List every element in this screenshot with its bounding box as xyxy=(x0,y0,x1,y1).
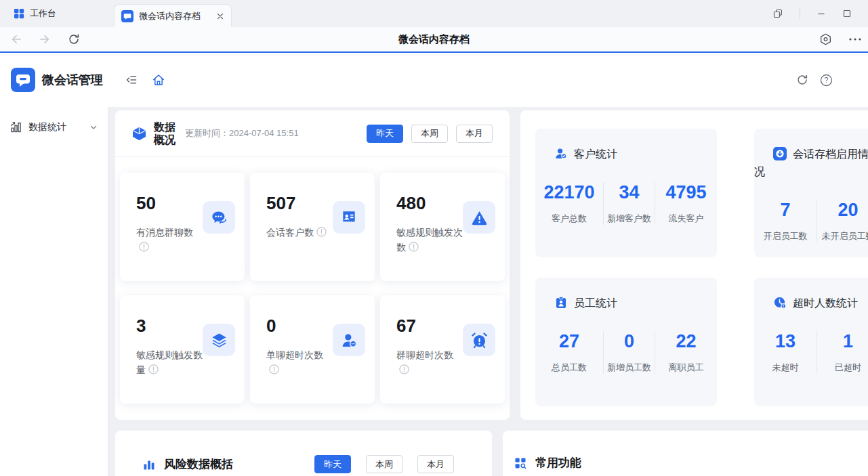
grid-search-icon xyxy=(514,456,527,470)
tab-session-archive[interactable]: 微会话内容存档 xyxy=(114,4,232,27)
window-tab-bar: 工作台 微会话内容存档 xyxy=(0,0,868,27)
home-icon[interactable] xyxy=(152,73,165,87)
metric-label: 客户总数 xyxy=(535,213,603,225)
metric-label: 新增员工数 xyxy=(604,362,655,374)
warning-triangle-icon xyxy=(463,201,495,234)
stat-label: 敏感规则触发次数 xyxy=(396,225,466,255)
archive-toggle-icon xyxy=(773,147,787,160)
panel-title: 超时人数统计 xyxy=(793,297,858,309)
panel-title: 员工统计 xyxy=(574,297,617,309)
metric-label: 已超时 xyxy=(817,362,868,374)
metric-value: 34 xyxy=(604,182,655,203)
page-title: 微会话内容存档 xyxy=(0,27,868,51)
metric-value: 1 xyxy=(817,331,868,352)
stat-label: 群聊超时次数 xyxy=(396,347,466,377)
back-icon[interactable] xyxy=(9,33,23,46)
filter-this-month-button[interactable]: 本月 xyxy=(456,125,493,143)
refresh-icon[interactable] xyxy=(796,74,808,86)
stat-label: 敏感规则触发数量 xyxy=(136,347,205,377)
collapse-sidebar-icon[interactable] xyxy=(125,74,138,86)
tab-close-icon[interactable] xyxy=(216,12,224,20)
stat-card-group-chat-timeout: 67 群聊超时次数 xyxy=(380,295,505,404)
group-chat-icon xyxy=(203,201,235,234)
risk-filter-yesterday-button[interactable]: 昨天 xyxy=(314,455,351,473)
employee-metrics: 27总员工数 0新增员工数 22离职员工 xyxy=(535,331,717,374)
popout-window-icon[interactable] xyxy=(772,8,783,19)
risk-filter-this-week-button[interactable]: 本周 xyxy=(366,455,402,473)
info-icon[interactable] xyxy=(409,242,419,252)
app-header: 微会话管理 ? 李叶 xyxy=(0,53,868,107)
workbench-label: 工作台 xyxy=(30,7,56,20)
stat-card-group-chats: 50 有消息群聊数 xyxy=(120,173,245,281)
stat-card-sensitive-rule-count: 3 敏感规则触发数量 xyxy=(120,295,245,404)
layers-icon xyxy=(203,324,235,356)
panel-title: 会话存档启用情况 xyxy=(754,148,868,177)
risk-filters: 昨天 本周 本月 xyxy=(314,455,454,473)
stat-card-session-customers: 507 会话客户数 xyxy=(250,173,375,281)
metric-label: 流失客户 xyxy=(655,213,717,225)
maximize-icon[interactable] xyxy=(842,9,852,18)
metric-value: 27 xyxy=(535,331,603,352)
employee-stats-card: 员工统计 27总员工数 0新增员工数 22离职员工 xyxy=(535,278,717,406)
minimize-icon[interactable] xyxy=(817,9,826,18)
archive-enabled-card: 会话存档启用情况 7开启员工数 20未开启员工数 xyxy=(754,129,868,257)
stat-cards: 50 有消息群聊数 507 会话客户数 480 敏感规则触发次数 3 xyxy=(115,157,510,404)
metric-value: 20 xyxy=(817,200,868,221)
clock-badge-icon xyxy=(773,296,787,309)
metric-value: 4795 xyxy=(655,182,717,203)
bar-chart-icon xyxy=(9,121,22,133)
risk-data-panel: 风险数据概括 昨天 本周 本月 xyxy=(115,431,492,476)
info-icon[interactable] xyxy=(399,364,409,374)
metric-value: 0 xyxy=(604,331,655,352)
chevron-down-icon xyxy=(89,123,98,132)
reload-icon[interactable] xyxy=(67,33,81,46)
window-controls-divider xyxy=(800,8,800,19)
person-check-icon xyxy=(554,147,568,160)
risk-filter-this-month-button[interactable]: 本月 xyxy=(417,455,454,473)
metric-label: 总员工数 xyxy=(535,362,603,374)
panel-title: 客户统计 xyxy=(574,148,617,160)
app-logo-icon[interactable] xyxy=(11,68,35,92)
grid-icon xyxy=(14,8,24,19)
settings-hexagon-icon[interactable] xyxy=(819,33,833,47)
archive-metrics: 7开启员工数 20未开启员工数 xyxy=(754,200,868,242)
filter-yesterday-button[interactable]: 昨天 xyxy=(367,125,403,143)
workbench-button[interactable]: 工作台 xyxy=(14,0,56,27)
customer-metrics: 22170客户总数 34新增客户数 4795流失客户 xyxy=(535,182,717,225)
forward-icon[interactable] xyxy=(38,33,51,46)
filter-this-week-button[interactable]: 本周 xyxy=(411,125,448,143)
cube-icon xyxy=(131,126,147,142)
contact-card-icon xyxy=(333,201,365,234)
metric-value: 22170 xyxy=(535,182,603,203)
stat-card-single-chat-timeout: 0 单聊超时次数 xyxy=(250,295,375,404)
metric-label: 未超时 xyxy=(754,362,817,374)
timeout-stats-header: 超时人数统计 xyxy=(754,295,868,312)
info-icon[interactable] xyxy=(148,364,159,374)
svg-text:?: ? xyxy=(825,76,829,84)
archive-enabled-header: 会话存档启用情况 xyxy=(754,146,868,181)
risk-header: 风险数据概括 昨天 本周 本月 xyxy=(115,431,492,473)
timeout-metrics: 13未超时 1已超时 xyxy=(754,331,868,374)
metric-label: 离职员工 xyxy=(655,362,717,374)
clipboard-person-icon xyxy=(554,296,568,309)
customer-stats-card: 客户统计 22170客户总数 34新增客户数 4795流失客户 xyxy=(535,129,717,257)
more-menu-icon[interactable] xyxy=(848,36,862,43)
tab-title: 微会话内容存档 xyxy=(139,10,211,22)
info-icon[interactable] xyxy=(139,242,149,252)
metric-value: 22 xyxy=(655,331,717,352)
help-icon[interactable]: ? xyxy=(820,74,833,87)
info-icon[interactable] xyxy=(269,364,279,374)
common-header: 常用功能 xyxy=(503,431,868,471)
statistics-panel: 客户统计 22170客户总数 34新增客户数 4795流失客户 会话存档启用情况… xyxy=(520,110,868,420)
overview-title: 数据概况 xyxy=(154,121,177,146)
sidebar-item-data-statistics[interactable]: 数据统计 xyxy=(0,107,108,133)
customer-stats-header: 客户统计 xyxy=(535,146,717,163)
chat-app-icon xyxy=(121,10,133,22)
info-icon[interactable] xyxy=(316,227,327,237)
metric-label: 开启员工数 xyxy=(754,230,817,242)
data-overview-panel: 数据概况 更新时间：2024-07-04 15:51 昨天 本周 本月 50 有… xyxy=(115,110,510,420)
stat-label: 单聊超时次数 xyxy=(266,347,335,377)
stat-card-sensitive-rule-hits: 480 敏感规则触发次数 xyxy=(380,173,505,281)
stat-label: 有消息群聊数 xyxy=(136,225,205,255)
metric-value: 7 xyxy=(754,200,817,221)
